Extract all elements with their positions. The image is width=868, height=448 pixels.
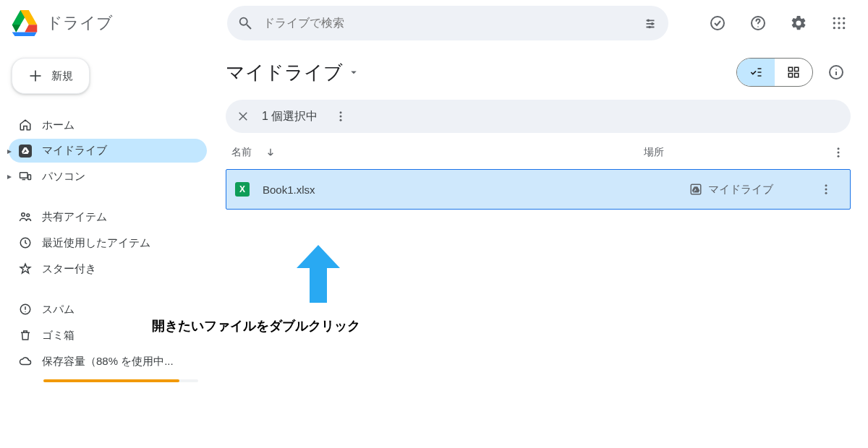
view-controls bbox=[736, 58, 851, 87]
svg-point-7 bbox=[838, 17, 840, 20]
breadcrumb[interactable]: マイドライブ bbox=[226, 60, 360, 85]
sidebar-item-mydrive[interactable]: ▸ マイドライブ bbox=[9, 139, 207, 163]
header-actions bbox=[703, 9, 858, 38]
svg-point-27 bbox=[835, 69, 837, 70]
sidebar-item-storage[interactable]: 保存容量（88% を使用中... bbox=[9, 349, 207, 374]
svg-point-17 bbox=[22, 213, 25, 217]
svg-rect-16 bbox=[28, 175, 31, 180]
clear-selection-button[interactable] bbox=[233, 106, 253, 126]
svg-point-30 bbox=[340, 119, 342, 121]
ready-offline-icon[interactable] bbox=[703, 9, 732, 38]
arrow-down-icon bbox=[265, 147, 276, 158]
svg-point-14 bbox=[843, 27, 845, 29]
sidebar-item-starred[interactable]: スター付き bbox=[9, 257, 207, 281]
file-more-button[interactable] bbox=[820, 183, 841, 196]
column-more-button[interactable] bbox=[832, 146, 845, 159]
cloud-icon bbox=[19, 354, 32, 369]
column-location[interactable]: 場所 bbox=[644, 146, 803, 159]
help-icon[interactable] bbox=[744, 9, 773, 38]
file-row[interactable]: X Book1.xlsx マイドライブ bbox=[226, 169, 851, 210]
sidebar-item-home[interactable]: ホーム bbox=[9, 113, 207, 137]
svg-point-37 bbox=[825, 192, 827, 194]
logo[interactable]: ドライブ bbox=[10, 9, 227, 38]
body: 新規 ホーム ▸ マイドライブ ▸ パソコン 共有アイテム 最近使用したアイテム… bbox=[0, 46, 868, 448]
main: マイドライブ 1 個選択中 bbox=[217, 46, 868, 448]
annotation-text: 開きたいファイルをダブルクリック bbox=[152, 317, 360, 335]
drive-icon bbox=[19, 145, 32, 158]
svg-point-12 bbox=[833, 27, 835, 29]
new-button-label: 新規 bbox=[51, 69, 73, 83]
sidebar-item-computers[interactable]: ▸ パソコン bbox=[9, 164, 207, 189]
svg-point-1 bbox=[651, 22, 654, 25]
svg-point-10 bbox=[838, 22, 840, 24]
svg-point-5 bbox=[757, 26, 759, 27]
svg-point-9 bbox=[833, 22, 835, 24]
list-view-button[interactable] bbox=[737, 59, 775, 86]
svg-point-13 bbox=[838, 27, 840, 29]
svg-rect-24 bbox=[788, 74, 792, 77]
sidebar-item-label: パソコン bbox=[42, 170, 85, 184]
file-name: Book1.xlsx bbox=[263, 184, 315, 196]
chevron-right-icon: ▸ bbox=[7, 146, 12, 156]
sidebar-item-shared[interactable]: 共有アイテム bbox=[9, 204, 207, 229]
svg-point-32 bbox=[838, 152, 840, 154]
sidebar-item-label: ゴミ箱 bbox=[42, 329, 75, 343]
svg-point-21 bbox=[25, 311, 25, 312]
star-icon bbox=[19, 262, 32, 276]
devices-icon bbox=[19, 169, 32, 184]
more-actions-button[interactable] bbox=[331, 106, 351, 126]
file-location[interactable]: マイドライブ bbox=[689, 183, 820, 197]
info-button[interactable] bbox=[822, 58, 851, 87]
view-toggle bbox=[736, 58, 813, 87]
column-name-label: 名前 bbox=[231, 146, 252, 159]
sidebar-item-label: 共有アイテム bbox=[42, 210, 107, 224]
svg-point-28 bbox=[340, 111, 342, 113]
selection-count: 1 個選択中 bbox=[262, 109, 318, 124]
svg-point-29 bbox=[340, 116, 342, 118]
svg-point-6 bbox=[833, 17, 835, 20]
svg-rect-15 bbox=[20, 173, 28, 178]
excel-icon: X bbox=[235, 182, 250, 197]
grid-view-button[interactable] bbox=[775, 59, 812, 86]
svg-point-18 bbox=[27, 214, 30, 217]
trash-icon bbox=[19, 328, 32, 343]
column-name[interactable]: 名前 bbox=[231, 146, 644, 159]
svg-point-35 bbox=[825, 184, 827, 186]
sidebar-item-label: スパム bbox=[42, 303, 75, 316]
header: ドライブ bbox=[0, 0, 868, 46]
tune-icon[interactable] bbox=[642, 15, 658, 31]
sidebar-item-recent[interactable]: 最近使用したアイテム bbox=[9, 231, 207, 255]
annotation-arrow bbox=[297, 245, 340, 303]
svg-point-8 bbox=[843, 17, 845, 20]
people-icon bbox=[19, 210, 32, 224]
svg-rect-22 bbox=[788, 67, 792, 71]
sidebar-item-label: 保存容量（88% を使用中... bbox=[42, 355, 174, 369]
svg-rect-25 bbox=[795, 74, 799, 77]
home-icon bbox=[19, 118, 32, 132]
search-icon bbox=[237, 15, 253, 31]
svg-point-2 bbox=[648, 26, 651, 29]
file-location-label: マイドライブ bbox=[708, 183, 773, 197]
drive-logo-icon bbox=[10, 9, 39, 38]
search-input[interactable] bbox=[263, 17, 632, 30]
svg-rect-23 bbox=[795, 67, 799, 71]
breadcrumb-bar: マイドライブ bbox=[226, 58, 851, 87]
breadcrumb-label: マイドライブ bbox=[226, 60, 343, 85]
sidebar-item-label: スター付き bbox=[42, 262, 96, 276]
apps-icon[interactable] bbox=[825, 9, 854, 38]
storage-bar bbox=[43, 379, 198, 382]
svg-point-31 bbox=[838, 147, 840, 150]
svg-point-33 bbox=[838, 155, 840, 158]
search-bar[interactable] bbox=[227, 6, 668, 40]
selection-bar: 1 個選択中 bbox=[226, 100, 851, 133]
spam-icon bbox=[19, 302, 32, 316]
chevron-right-icon: ▸ bbox=[7, 171, 12, 181]
svg-point-36 bbox=[825, 189, 827, 191]
sidebar: 新規 ホーム ▸ マイドライブ ▸ パソコン 共有アイテム 最近使用したアイテム… bbox=[0, 46, 217, 448]
settings-icon[interactable] bbox=[784, 9, 813, 38]
sidebar-item-label: 最近使用したアイテム bbox=[42, 236, 150, 250]
svg-point-3 bbox=[711, 17, 724, 30]
new-button[interactable]: 新規 bbox=[12, 58, 90, 94]
plus-icon bbox=[28, 69, 43, 83]
app-name: ドライブ bbox=[46, 12, 113, 34]
